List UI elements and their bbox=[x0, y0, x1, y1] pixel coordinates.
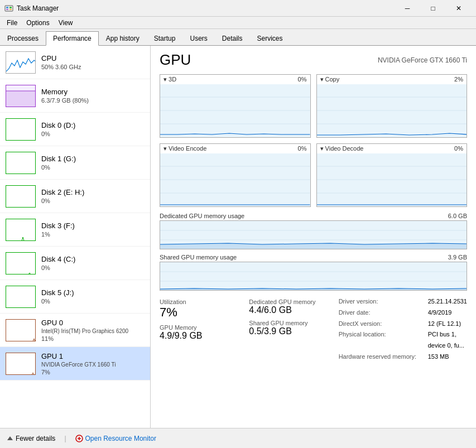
graph-3d-area bbox=[160, 84, 310, 137]
svg-rect-4 bbox=[9, 9, 12, 10]
graph-video-decode-area bbox=[317, 153, 467, 206]
sidebar-item-disk4[interactable]: Disk 4 (C:) 0% bbox=[0, 247, 150, 280]
sidebar-item-disk0[interactable]: Disk 0 (D:) 0% bbox=[0, 113, 150, 146]
title-bar: Task Manager ─ □ ✕ bbox=[0, 0, 476, 17]
cpu-graph-thumbnail bbox=[6, 51, 36, 74]
gpu1-label: GPU 1 bbox=[41, 352, 116, 360]
gpu1-graph-thumbnail bbox=[6, 353, 36, 375]
svg-rect-19 bbox=[317, 153, 467, 206]
disk0-graph-thumbnail bbox=[6, 118, 36, 141]
menu-file[interactable]: File bbox=[2, 17, 22, 29]
tab-bar: Processes Performance App history Startu… bbox=[0, 29, 476, 46]
disk0-label: Disk 0 (D:) bbox=[41, 121, 75, 129]
sidebar-item-gpu0[interactable]: GPU 0 Intel(R) Iris(TM) Pro Graphics 620… bbox=[0, 314, 150, 347]
menu-options[interactable]: Options bbox=[22, 17, 54, 29]
menu-bar: File Options View bbox=[0, 17, 476, 29]
tab-performance[interactable]: Performance bbox=[46, 31, 99, 46]
disk1-graph-thumbnail bbox=[6, 152, 36, 174]
driver-info: Driver version: 25.21.14.2531 Driver dat… bbox=[339, 296, 467, 363]
driver-date-row: Driver date: 4/9/2019 bbox=[339, 307, 467, 319]
cpu-info: CPU 50% 3.60 GHz bbox=[41, 54, 81, 70]
disk4-label: Disk 4 (C:) bbox=[41, 255, 75, 263]
graph-copy-area bbox=[317, 84, 467, 137]
tab-processes[interactable]: Processes bbox=[0, 31, 46, 46]
disk3-label: Disk 3 (F:) bbox=[41, 221, 75, 230]
memory-label: Memory bbox=[41, 88, 89, 96]
gpu1-detail2: NVIDIA GeForce GTX 1660 Ti bbox=[41, 362, 116, 368]
tab-details[interactable]: Details bbox=[215, 31, 250, 46]
stat-dedicated-memory: Dedicated GPU memory 4.4/6.0 GB bbox=[249, 296, 333, 317]
content-header: GPU NVIDIA GeForce GTX 1660 Ti bbox=[160, 51, 467, 69]
memory-detail: 6.3/7.9 GB (80%) bbox=[41, 97, 89, 104]
sidebar-item-disk1[interactable]: Disk 1 (G:) 0% bbox=[0, 146, 150, 180]
disk5-info: Disk 5 (J:) 0% bbox=[41, 288, 74, 305]
menu-view[interactable]: View bbox=[54, 17, 78, 29]
graph-video-decode: ▾ Video Decode 0% bbox=[316, 143, 468, 207]
memory-info: Memory 6.3/7.9 GB (80%) bbox=[41, 88, 89, 104]
chevron-up-icon bbox=[7, 435, 13, 442]
shared-memory-label: Shared GPU memory usage 3.9 GB bbox=[160, 254, 467, 261]
disk5-label: Disk 5 (J:) bbox=[41, 288, 74, 297]
tab-startup[interactable]: Startup bbox=[147, 31, 183, 46]
sidebar-item-disk2[interactable]: Disk 2 (E: H:) 0% bbox=[0, 180, 150, 213]
close-button[interactable]: ✕ bbox=[446, 0, 472, 17]
disk4-graph-thumbnail bbox=[6, 252, 36, 274]
gpu0-graph-thumbnail bbox=[6, 319, 36, 341]
svg-rect-11 bbox=[317, 84, 467, 137]
gpu0-detail2: Intel(R) Iris(TM) Pro Graphics 6200 bbox=[41, 328, 128, 334]
sidebar-item-gpu1[interactable]: GPU 1 NVIDIA GeForce GTX 1660 Ti 7% bbox=[0, 347, 150, 380]
physical-location-row: Physical location: PCI bus 1, device 0, … bbox=[339, 329, 467, 351]
disk1-detail: 0% bbox=[41, 164, 76, 171]
maximize-button[interactable]: □ bbox=[420, 0, 446, 17]
tab-services[interactable]: Services bbox=[250, 31, 290, 46]
tab-users[interactable]: Users bbox=[182, 31, 214, 46]
sidebar-item-memory[interactable]: Memory 6.3/7.9 GB (80%) bbox=[0, 79, 150, 113]
hw-reserved-row: Hardware reserved memory: 153 MB bbox=[339, 351, 467, 363]
sidebar-item-disk3[interactable]: Disk 3 (F:) 1% bbox=[0, 213, 150, 247]
fewer-details-label: Fewer details bbox=[16, 435, 55, 442]
svg-rect-2 bbox=[9, 7, 12, 8]
open-resource-monitor-link[interactable]: Open Resource Monitor bbox=[75, 435, 156, 442]
disk5-graph-thumbnail bbox=[6, 286, 36, 308]
gpu0-info: GPU 0 Intel(R) Iris(TM) Pro Graphics 620… bbox=[41, 319, 128, 342]
minimize-button[interactable]: ─ bbox=[395, 0, 420, 17]
driver-version-row: Driver version: 25.21.14.2531 bbox=[339, 296, 467, 307]
title-bar-text: Task Manager bbox=[17, 4, 395, 12]
stats-col2: Dedicated GPU memory 4.4/6.0 GB Shared G… bbox=[249, 296, 333, 363]
stat-gpu-memory: GPU Memory 4.9/9.9 GB bbox=[160, 322, 243, 343]
tab-apphistory[interactable]: App history bbox=[99, 31, 147, 46]
svg-rect-1 bbox=[6, 7, 8, 8]
fewer-details-button[interactable]: Fewer details bbox=[7, 435, 55, 442]
dedicated-memory-graph bbox=[160, 220, 467, 249]
graph-3d: ▾ 3D 0% bbox=[160, 74, 311, 138]
sidebar: CPU 50% 3.60 GHz Memory 6.3/7.9 GB (80%) bbox=[0, 46, 151, 428]
stat-shared-memory: Shared GPU memory 0.5/3.9 GB bbox=[249, 317, 333, 339]
svg-rect-6 bbox=[6, 91, 36, 107]
shared-memory-graph bbox=[160, 262, 467, 291]
disk2-info: Disk 2 (E: H:) 0% bbox=[41, 188, 84, 204]
gpu1-detail: 7% bbox=[41, 369, 116, 375]
disk1-info: Disk 1 (G:) 0% bbox=[41, 155, 76, 171]
gpu0-detail: 11% bbox=[41, 335, 128, 342]
disk2-detail: 0% bbox=[41, 197, 84, 204]
disk2-label: Disk 2 (E: H:) bbox=[41, 188, 84, 196]
svg-marker-31 bbox=[7, 436, 13, 440]
sidebar-item-disk5[interactable]: Disk 5 (J:) 0% bbox=[0, 280, 150, 314]
sidebar-item-cpu[interactable]: CPU 50% 3.60 GHz bbox=[0, 46, 150, 79]
directx-version-row: DirectX version: 12 (FL 12.1) bbox=[339, 319, 467, 330]
cpu-label: CPU bbox=[41, 54, 81, 62]
content-subtitle: NVIDIA GeForce GTX 1660 Ti bbox=[378, 56, 467, 64]
disk1-label: Disk 1 (G:) bbox=[41, 155, 76, 163]
graph-video-decode-label: ▾ Video Decode 0% bbox=[317, 144, 467, 153]
gpu-graphs-grid: ▾ 3D 0% ▾ bbox=[160, 74, 467, 207]
disk3-graph-thumbnail bbox=[6, 219, 36, 241]
svg-rect-3 bbox=[6, 9, 8, 10]
disk4-info: Disk 4 (C:) 0% bbox=[41, 255, 75, 271]
content-panel: GPU NVIDIA GeForce GTX 1660 Ti ▾ 3D 0% bbox=[151, 46, 476, 428]
bottom-bar: Fewer details | Open Resource Monitor bbox=[0, 428, 476, 448]
taskmanager-icon bbox=[4, 4, 13, 13]
graph-video-encode: ▾ Video Encode 0% bbox=[160, 143, 311, 207]
disk4-detail: 0% bbox=[41, 264, 75, 271]
content-title: GPU bbox=[160, 51, 191, 69]
svg-marker-26 bbox=[160, 243, 467, 249]
